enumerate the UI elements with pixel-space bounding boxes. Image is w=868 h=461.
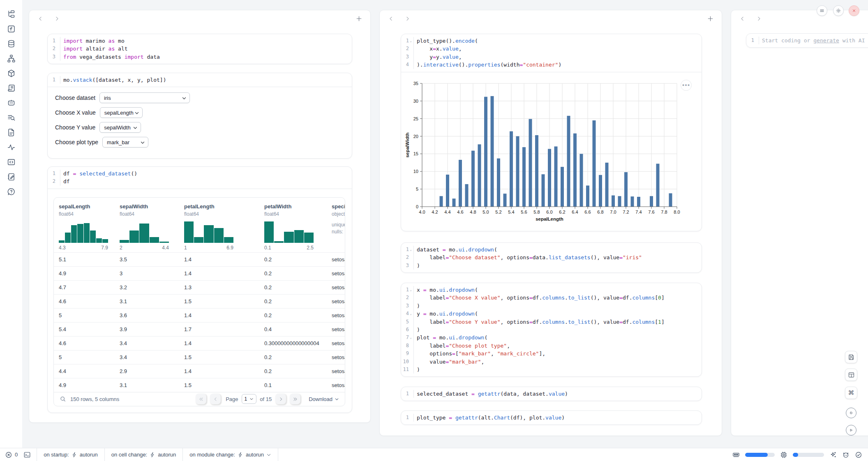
column-header-sepalWidth[interactable]: sepalWidthfloat6424.4: [115, 203, 179, 251]
table-row[interactable]: 4.42.91.40.2setosa: [54, 364, 345, 378]
column-header-petalWidth[interactable]: petalWidthfloat640.12.5: [259, 203, 327, 251]
next-page-button[interactable]: [275, 394, 286, 404]
table-row[interactable]: 4.73.21.30.2setosa: [54, 280, 345, 294]
code-editor[interactable]: 12df = selected_dataset()df: [48, 167, 352, 189]
sidebar-item-help[interactable]: [5, 186, 17, 197]
panel-expand-right-button[interactable]: [403, 14, 412, 23]
interrupt-button[interactable]: [846, 408, 856, 418]
table-row[interactable]: 5.43.91.70.4setosa: [54, 322, 345, 336]
sidebar-item-activity[interactable]: [5, 141, 17, 153]
sidebar-item-chat[interactable]: [5, 97, 17, 108]
keyboard-shortcuts-button[interactable]: ⌘: [845, 387, 857, 399]
table-cell: 0.2: [259, 298, 327, 304]
code-editor[interactable]: 1selected_dataset = getattr(data, datase…: [401, 387, 702, 401]
column-histogram: [59, 221, 108, 243]
code-editor[interactable]: 1Start coding or generate with AI: [746, 34, 868, 47]
altair-chart[interactable]: ●●● 4.04.24.44.64.85.05.25.45.65.86.06.2…: [401, 72, 702, 231]
fold-chevron-icon[interactable]: ⌄: [409, 286, 413, 294]
prev-page-button[interactable]: [210, 394, 221, 404]
download-button[interactable]: Download: [309, 396, 339, 402]
panel-collapse-left-button[interactable]: [386, 14, 395, 23]
bar: [618, 196, 621, 207]
add-cell-button[interactable]: [354, 14, 364, 23]
bar-chart-svg: 4.04.24.44.64.85.05.25.45.65.86.06.26.46…: [401, 72, 702, 231]
run-button[interactable]: [846, 425, 856, 436]
sidebar-item-search-list[interactable]: [5, 112, 17, 123]
column-header-species[interactable]: speciesobjectuniquenulls:: [327, 203, 345, 251]
column-header-petalLength[interactable]: petalLengthfloat6416.9: [179, 203, 259, 251]
code-editor[interactable]: 123import marimo as moimport altair as a…: [48, 34, 352, 64]
code-editor[interactable]: 1⌄234⌄567⌄891011x = mo.ui.dropdown( labe…: [401, 283, 702, 376]
code-editor[interactable]: 1plot_type = getattr(alt.Chart(df), plot…: [401, 411, 702, 424]
table-cell: 1.7: [179, 326, 259, 332]
layout-select-button[interactable]: [845, 369, 857, 381]
code-lines: plot_type().encode( x=x.value, y=y.value…: [414, 37, 702, 69]
line-number-gutter: 1⌄234⌄567⌄891011: [401, 286, 414, 373]
run-config-on-cell-change[interactable]: on cell change:autorun: [105, 448, 183, 461]
fold-chevron-icon[interactable]: ⌄: [409, 310, 413, 318]
sidebar-item-database[interactable]: [5, 38, 17, 49]
panel-expand-right-button[interactable]: [52, 14, 61, 23]
panel-expand-right-button[interactable]: [754, 14, 763, 23]
save-button[interactable]: [845, 351, 857, 363]
status-left: 0 on startup:autorunon cell change:autor…: [0, 448, 278, 461]
sidebar-item-functions[interactable]: [5, 23, 17, 35]
dropdown-select-choose-y-value[interactable]: sepalWidth: [99, 122, 141, 133]
page-select[interactable]: 1: [242, 394, 257, 404]
table-row[interactable]: 53.61.40.2setosa: [54, 308, 345, 322]
bar: [580, 154, 583, 207]
bar: [446, 175, 449, 207]
errors-icon[interactable]: [5, 451, 12, 459]
code-editor[interactable]: 1mo.vstack([dataset, x, y, plot]): [48, 73, 352, 87]
code-line: value="mark_bar",: [417, 358, 702, 366]
sidebar-item-package[interactable]: [5, 67, 17, 79]
first-page-button[interactable]: [196, 394, 206, 404]
code-editor[interactable]: 1⌄23dataset = mo.ui.dropdown( label="Cho…: [401, 243, 702, 272]
sidebar-item-dependency-graph[interactable]: [5, 53, 17, 64]
code-editor[interactable]: 1⌄234plot_type().encode( x=x.value, y=y.…: [401, 34, 702, 72]
sidebar-item-file-tree[interactable]: [5, 8, 17, 20]
run-config-on-module-change[interactable]: on module change:autorun: [183, 448, 278, 461]
table-row[interactable]: 5.13.51.40.2setosa: [54, 252, 345, 266]
search-icon[interactable]: [60, 396, 66, 402]
fold-chevron-icon[interactable]: ⌄: [409, 334, 413, 341]
panel-collapse-left-button[interactable]: [36, 14, 45, 23]
table-cell: 1.4: [179, 340, 259, 346]
table-cell: 5: [54, 354, 115, 360]
panel-left: 123import marimo as moimport altair as a…: [29, 10, 371, 423]
table-row[interactable]: 4.93.11.50.1setosa: [54, 378, 345, 392]
sidebar-item-document[interactable]: [5, 127, 17, 138]
dropdown-select-choose-dataset[interactable]: iris: [99, 92, 190, 103]
ai-sparkles-icon[interactable]: [829, 451, 837, 459]
svg-text:5: 5: [416, 187, 418, 191]
table-row[interactable]: 4.63.41.40.30000000000000004setosa: [54, 336, 345, 350]
table-row[interactable]: 4.931.40.2setosa: [54, 266, 345, 280]
table-row[interactable]: 53.41.50.2setosa: [54, 350, 345, 364]
add-cell-button[interactable]: [705, 14, 715, 23]
column-header-sepalLength[interactable]: sepalLengthfloat644.37.9: [54, 203, 115, 251]
bar: [529, 119, 532, 206]
fold-chevron-icon[interactable]: ⌄: [409, 246, 413, 254]
bar: [471, 150, 475, 206]
notebook-menu-button[interactable]: [817, 5, 827, 16]
table-footer: 150 rows, 5 columns Page 1 of 15 Downloa…: [54, 392, 345, 406]
bar: [561, 167, 564, 207]
chart-menu-button[interactable]: ●●●: [681, 80, 692, 91]
table-row[interactable]: 4.63.11.50.2setosa: [54, 294, 345, 308]
terminal-icon[interactable]: [23, 451, 31, 459]
dropdown-select-choose-plot-type[interactable]: mark_bar: [102, 137, 148, 148]
sidebar-item-snippets[interactable]: [5, 156, 17, 168]
run-config-on-startup[interactable]: on startup:autorun: [37, 448, 105, 461]
connection-status-icon[interactable]: [855, 451, 862, 459]
shutdown-button[interactable]: [849, 5, 859, 16]
dropdown-select-choose-x-value[interactable]: sepalLength: [100, 107, 143, 118]
sidebar-item-scroll[interactable]: [5, 82, 17, 94]
copilot-icon[interactable]: [842, 451, 850, 459]
settings-button[interactable]: [833, 5, 844, 16]
panel-collapse-left-button[interactable]: [738, 14, 747, 23]
last-page-button[interactable]: [290, 394, 300, 404]
fold-chevron-icon[interactable]: ⌄: [409, 37, 413, 45]
svg-text:4.8: 4.8: [470, 210, 476, 214]
table-cell: 4.4: [54, 368, 115, 374]
sidebar-item-scratchpad[interactable]: [5, 171, 17, 182]
